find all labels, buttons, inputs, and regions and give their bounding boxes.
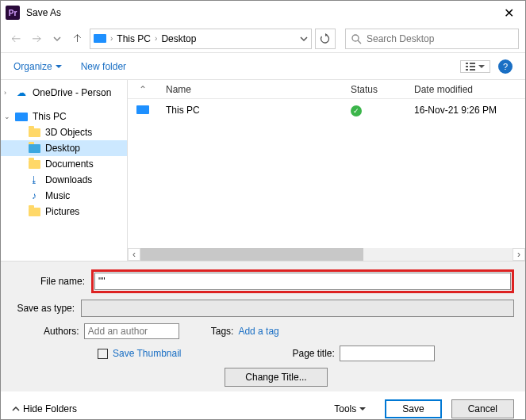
up-button[interactable]: 🡡 (69, 30, 86, 48)
search-input[interactable] (367, 33, 513, 44)
tree-documents[interactable]: Documents (1, 156, 127, 172)
details-pane: File name: Save as type: Authors: Tags: … (1, 261, 525, 391)
svg-line-1 (358, 40, 361, 44)
breadcrumb-thispc[interactable]: This PC (117, 33, 151, 44)
col-name[interactable]: Name (158, 84, 343, 95)
item-name: This PC (158, 105, 343, 116)
music-icon: ♪ (28, 190, 40, 201)
download-icon: ⭳ (28, 174, 40, 185)
pagetitle-label: Page title: (293, 348, 335, 359)
list-item[interactable]: This PC ✓ 16-Nov-21 9:26 PM (128, 99, 525, 121)
tree-thispc[interactable]: ⌄This PC (1, 109, 127, 124)
svg-rect-6 (466, 69, 468, 71)
sort-indicator[interactable]: ⌃ (128, 84, 158, 95)
refresh-button[interactable] (315, 29, 336, 49)
search-icon (351, 33, 362, 44)
help-button[interactable]: ? (498, 59, 513, 74)
scroll-thumb[interactable] (140, 248, 363, 261)
authors-label: Authors: (44, 326, 79, 337)
pc-icon (94, 34, 106, 43)
svg-point-0 (352, 35, 359, 41)
command-bar: Organize New folder ? (1, 53, 525, 80)
svg-rect-5 (470, 66, 475, 67)
cancel-button[interactable]: Cancel (451, 399, 514, 418)
breadcrumb-desktop[interactable]: Desktop (161, 33, 196, 44)
cloud-icon: ☁ (15, 87, 28, 98)
save-button[interactable]: Save (385, 399, 441, 418)
forward-button[interactable]: 🡢 (28, 30, 45, 48)
window-title: Save As (26, 7, 497, 18)
svg-rect-2 (466, 63, 468, 64)
nav-bar: 🡠 🡢 🡡 › This PC › Desktop (1, 25, 525, 53)
status-ok-icon: ✓ (351, 105, 362, 116)
search-box[interactable] (345, 29, 519, 49)
change-title-button[interactable]: Change Title... (225, 368, 328, 387)
col-date[interactable]: Date modified (406, 84, 525, 95)
svg-rect-7 (470, 69, 475, 71)
address-dropdown[interactable] (300, 35, 308, 43)
svg-rect-3 (470, 63, 475, 64)
authors-input[interactable] (84, 323, 179, 339)
filename-label: File name: (12, 276, 91, 287)
hide-folders-button[interactable]: Hide Folders (12, 403, 77, 414)
folder-icon (29, 128, 40, 137)
app-icon: Pr (6, 6, 20, 20)
col-status[interactable]: Status (343, 84, 406, 95)
item-date: 16-Nov-21 9:26 PM (406, 105, 525, 116)
savetype-label: Save as type: (12, 303, 81, 314)
file-list: ⌃ Name Status Date modified This PC ✓ 16… (128, 80, 525, 261)
view-options[interactable] (460, 60, 490, 73)
organize-menu[interactable]: Organize (13, 61, 62, 72)
new-folder-button[interactable]: New folder (81, 61, 126, 72)
folder-icon (29, 144, 40, 153)
folder-icon (29, 208, 40, 216)
pc-icon (15, 113, 28, 121)
tree-3d-objects[interactable]: 3D Objects (1, 124, 127, 140)
horizontal-scrollbar[interactable]: ‹ › (128, 248, 525, 261)
folder-icon (29, 160, 40, 169)
recent-dropdown[interactable] (48, 30, 66, 48)
savetype-select[interactable] (81, 300, 514, 317)
save-thumbnail-label[interactable]: Save Thumbnail (113, 348, 182, 359)
footer: Hide Folders Tools Save Cancel (1, 391, 525, 420)
tree-pictures[interactable]: Pictures (1, 204, 127, 220)
chevron-right-icon[interactable]: › (152, 34, 159, 43)
scroll-right[interactable]: › (513, 248, 525, 261)
tree-onedrive[interactable]: ›☁OneDrive - Person (1, 85, 127, 101)
back-button[interactable]: 🡠 (7, 30, 25, 48)
svg-rect-4 (466, 66, 468, 67)
address-bar[interactable]: › This PC › Desktop (90, 29, 312, 49)
pc-icon (136, 105, 149, 114)
tools-menu[interactable]: Tools (334, 403, 366, 414)
tree-desktop[interactable]: Desktop (1, 140, 127, 156)
save-thumbnail-checkbox[interactable] (98, 349, 108, 359)
filename-input[interactable] (94, 273, 511, 290)
tree-music[interactable]: ♪Music (1, 188, 127, 204)
add-tag-link[interactable]: Add a tag (238, 326, 278, 337)
chevron-right-icon[interactable]: › (108, 34, 115, 43)
pagetitle-input[interactable] (340, 346, 435, 361)
nav-tree[interactable]: ›☁OneDrive - Person ⌄This PC 3D Objects … (1, 80, 128, 261)
title-bar: Pr Save As ✕ (1, 1, 525, 25)
tags-label: Tags: (211, 326, 234, 337)
scroll-left[interactable]: ‹ (128, 248, 140, 261)
close-button[interactable]: ✕ (497, 6, 520, 21)
tree-downloads[interactable]: ⭳Downloads (1, 172, 127, 188)
column-headers: ⌃ Name Status Date modified (128, 80, 525, 99)
